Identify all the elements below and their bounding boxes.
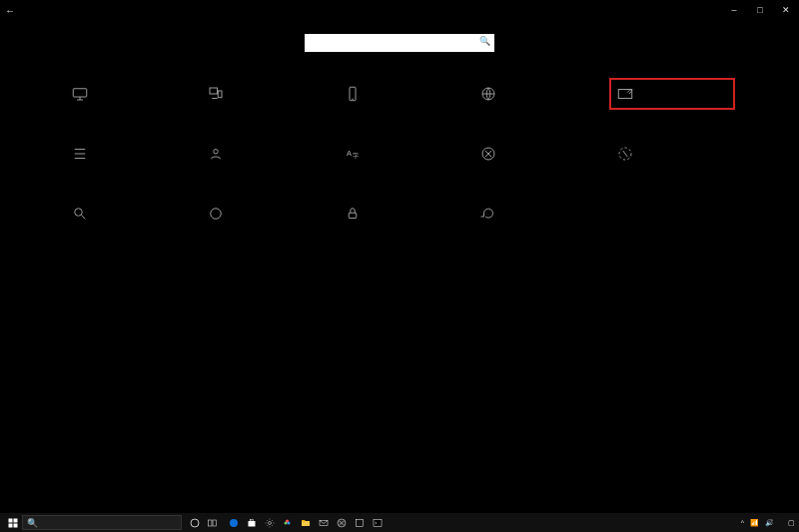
app-generic-1[interactable] [280,515,296,531]
apps-icon [70,144,90,164]
search-tile-icon [70,204,90,224]
svg-rect-3 [210,88,218,94]
taskbar-search[interactable]: 🔍 [22,515,182,530]
devices-icon [206,84,226,104]
svg-text:A: A [347,149,352,158]
taskbar: 🔍 ^ 📶 🔊 ▢ [0,513,799,532]
tile-personalization[interactable] [609,78,735,110]
app-edge[interactable] [226,515,242,531]
svg-line-22 [82,216,86,220]
svg-rect-0 [73,89,87,97]
search-icon[interactable]: 🔍 [479,36,490,46]
tile-search[interactable] [64,198,190,230]
svg-rect-6 [350,87,356,101]
tile-privacy[interactable] [337,198,462,230]
app-store[interactable] [244,515,260,531]
accounts-icon [206,144,226,164]
svg-rect-33 [249,521,256,527]
titlebar: ← – □ ✕ [0,0,799,20]
settings-window: ← – □ ✕ 🔍 [0,0,799,513]
settings-grid: A字 [64,78,735,230]
svg-rect-4 [219,91,223,98]
svg-rect-31 [213,520,217,526]
svg-rect-26 [14,518,18,522]
ease-of-access-icon [615,144,635,164]
privacy-icon [343,204,363,224]
search-input[interactable] [305,37,494,50]
svg-point-23 [211,209,222,220]
tile-time-language[interactable]: A字 [337,138,462,170]
tile-accounts[interactable] [200,138,326,170]
app-mail[interactable] [316,515,332,531]
svg-point-38 [286,519,289,522]
svg-rect-28 [14,523,18,527]
svg-point-14 [214,150,219,155]
personalization-icon [615,84,635,104]
svg-rect-30 [209,520,213,526]
app-settings[interactable] [262,515,278,531]
tile-network[interactable] [472,78,598,110]
svg-point-29 [191,519,199,527]
maximize-button[interactable]: □ [747,5,773,15]
svg-rect-39 [302,521,310,526]
tile-update-security[interactable] [472,198,598,230]
close-button[interactable]: ✕ [773,5,799,15]
cortana-button[interactable] [186,514,204,532]
svg-point-35 [269,521,272,524]
tile-cortana[interactable] [200,198,326,230]
svg-point-21 [75,209,83,217]
back-button[interactable]: ← [0,5,20,16]
tile-gaming[interactable] [472,138,598,170]
tray-network-icon[interactable]: 📶 [750,519,759,527]
time-language-icon: A字 [343,144,363,164]
app-terminal[interactable] [370,515,386,531]
svg-text:字: 字 [353,152,359,159]
search-container: 🔍 [305,34,494,52]
tray-chevron-icon[interactable]: ^ [741,519,744,526]
svg-point-32 [230,519,238,527]
tile-system[interactable] [64,78,190,110]
svg-rect-43 [357,519,364,526]
tile-devices[interactable] [200,78,326,110]
taskbar-search-icon: 🔍 [27,518,38,528]
svg-rect-25 [9,518,13,522]
svg-rect-24 [349,213,357,218]
action-center-icon[interactable]: ▢ [788,519,795,527]
app-xbox[interactable] [334,515,350,531]
svg-rect-27 [9,523,13,527]
cortana-icon [206,204,226,224]
tile-ease-of-access[interactable] [609,138,735,170]
minimize-button[interactable]: – [721,5,747,15]
tile-phone[interactable] [337,78,462,110]
system-tray: ^ 📶 🔊 ▢ [741,519,795,527]
phone-icon [343,84,363,104]
start-button[interactable] [4,514,22,532]
app-explorer[interactable] [298,515,314,531]
svg-rect-10 [618,90,632,99]
globe-icon [478,84,498,104]
update-icon [478,204,498,224]
taskbar-apps [226,515,386,531]
gaming-icon [478,144,498,164]
tile-apps[interactable] [64,138,190,170]
svg-rect-44 [374,519,382,526]
tray-volume-icon[interactable]: 🔊 [765,519,774,527]
app-generic-2[interactable] [352,515,368,531]
svg-point-42 [338,519,346,527]
svg-rect-34 [251,519,254,521]
system-icon [70,84,90,104]
task-view-button[interactable] [204,514,222,532]
svg-rect-40 [302,520,306,522]
